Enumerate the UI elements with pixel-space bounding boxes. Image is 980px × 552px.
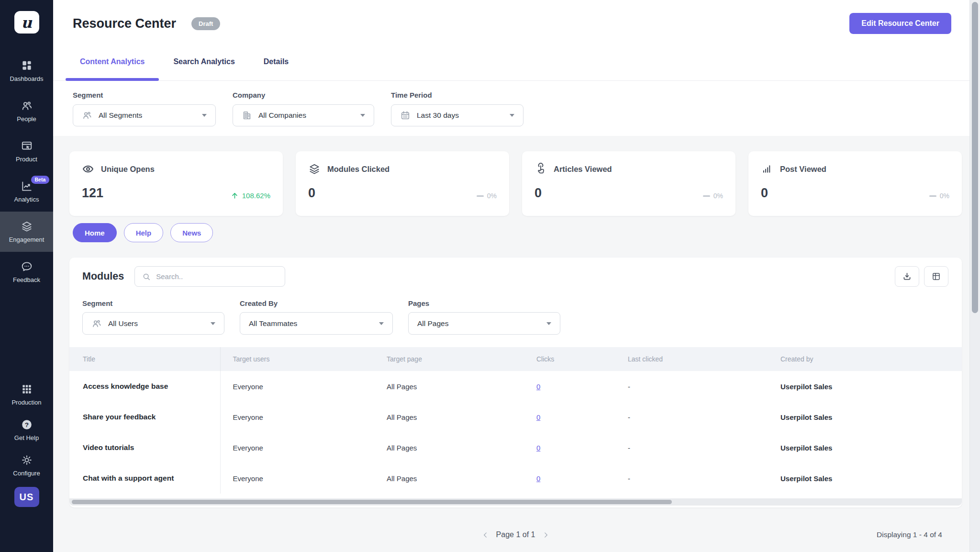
cell-created-by: Userpilot Sales <box>768 371 962 402</box>
cell-clicks: 0 <box>524 402 615 432</box>
calendar-icon <box>400 110 411 121</box>
pill-news[interactable]: News <box>170 223 213 242</box>
sidebar: u DashboardsPeopleProductBetaAnalyticsEn… <box>0 0 53 552</box>
created-by-select[interactable]: All Teammates <box>240 312 393 335</box>
flat-dash-icon <box>477 195 484 197</box>
product-icon <box>21 140 33 152</box>
segment-select[interactable]: All Users <box>82 312 224 335</box>
title-row: Resource Center Draft Edit Resource Cent… <box>53 0 969 43</box>
pill-help[interactable]: Help <box>124 223 164 242</box>
sidebar-item-label: Dashboards <box>10 75 43 82</box>
chevron-down-icon <box>510 114 514 117</box>
stat-card-body: 00% <box>308 187 497 200</box>
column-header-created-by: Created by <box>768 347 962 371</box>
stat-card-post-viewed: Post Viewed00% <box>748 151 962 216</box>
sidebar-item-analytics[interactable]: BetaAnalytics <box>0 171 53 212</box>
sidebar-item-label: Engagement <box>9 236 45 243</box>
sidebar-item-feedback[interactable]: Feedback <box>0 252 53 292</box>
modules-table: TitleTarget usersTarget pageClicksLast c… <box>69 347 962 494</box>
cell-clicks: 0 <box>524 432 615 463</box>
table-row: Access knowledge baseEveryoneAll Pages0-… <box>69 371 962 402</box>
chevron-down-icon <box>360 114 365 117</box>
sidebar-item-label: People <box>17 115 36 123</box>
clicks-link[interactable]: 0 <box>536 383 540 391</box>
segment-select[interactable]: All Segments <box>73 104 216 126</box>
cell-title: Access knowledge base <box>69 371 220 402</box>
chevron-down-icon <box>379 322 384 325</box>
get-help-icon: ? <box>21 418 33 431</box>
sidebar-item-dashboards[interactable]: Dashboards <box>0 51 53 91</box>
stat-card-header: Modules Clicked <box>308 163 497 175</box>
stat-card-header: Articles Viewed <box>535 163 723 175</box>
cell-clicks: 0 <box>524 463 615 494</box>
stat-label: Modules Clicked <box>327 165 390 174</box>
sidebar-item-production[interactable]: Production <box>0 377 53 412</box>
horizontal-scrollbar-thumb[interactable] <box>72 500 672 504</box>
filter-label: Pages <box>408 299 560 307</box>
tap-icon <box>535 163 547 175</box>
time-period-select[interactable]: Last 30 days <box>391 104 523 126</box>
sidebar-item-get-help[interactable]: ?Get Help <box>0 412 53 448</box>
vertical-scrollbar-thumb[interactable] <box>972 2 978 313</box>
stat-delta: 0% <box>929 192 949 200</box>
tab-search-analytics[interactable]: Search Analytics <box>159 43 249 80</box>
sidebar-item-engagement[interactable]: Engagement <box>0 212 53 252</box>
stat-value: 121 <box>82 187 103 200</box>
clicks-link[interactable]: 0 <box>536 474 540 483</box>
stat-card-body: 00% <box>535 187 723 200</box>
sidebar-item-people[interactable]: People <box>0 91 53 131</box>
pages-select[interactable]: All Pages <box>408 312 560 335</box>
userpilot-logo[interactable]: u <box>14 11 39 34</box>
chevron-down-icon <box>546 322 551 325</box>
content: Unique Opens121108.62%Modules Clicked00%… <box>53 136 969 552</box>
stat-delta-value: 0% <box>487 192 497 200</box>
stat-card-body: 00% <box>761 187 949 200</box>
table-row: Share your feedbackEveryoneAll Pages0-Us… <box>69 402 962 432</box>
filter-label: Time Period <box>391 91 523 99</box>
filter-label: Company <box>233 91 374 99</box>
horizontal-scrollbar-track[interactable] <box>69 498 962 506</box>
beta-badge: Beta <box>31 176 50 184</box>
status-badge: Draft <box>191 17 220 30</box>
edit-resource-center-button[interactable]: Edit Resource Center <box>849 13 951 34</box>
company-select[interactable]: All Companies <box>233 104 374 126</box>
filter-segment: SegmentAll Users <box>82 299 224 335</box>
vertical-scrollbar-track[interactable] <box>969 0 980 552</box>
modules-title: Modules <box>82 270 124 282</box>
clicks-link[interactable]: 0 <box>536 444 540 452</box>
stat-card-modules-clicked: Modules Clicked00% <box>296 151 509 216</box>
cell-target-users: Everyone <box>220 432 374 463</box>
columns-button[interactable] <box>924 266 948 287</box>
page-title: Resource Center <box>73 16 176 31</box>
search-input[interactable] <box>156 272 278 281</box>
pill-home[interactable]: Home <box>73 223 117 242</box>
tab-content-analytics[interactable]: Content Analytics <box>66 43 159 80</box>
stat-delta: 108.62% <box>231 192 270 200</box>
layers-icon <box>308 163 321 175</box>
filter-company: CompanyAll Companies <box>233 91 374 126</box>
user-avatar[interactable]: US <box>14 487 39 507</box>
page-indicator: Page 1 of 1 <box>496 530 535 539</box>
sidebar-item-product[interactable]: Product <box>0 131 53 171</box>
analytics-icon: Beta <box>21 180 33 192</box>
modules-filter-bar: SegmentAll UsersCreated ByAll TeammatesP… <box>69 293 962 347</box>
clicks-link[interactable]: 0 <box>536 413 540 421</box>
filter-label: Segment <box>73 91 216 99</box>
tab-details[interactable]: Details <box>249 43 303 80</box>
sidebar-item-configure[interactable]: Configure <box>0 448 53 483</box>
cell-title: Chat with a support agent <box>69 463 220 494</box>
export-button[interactable] <box>895 266 919 287</box>
production-icon <box>21 383 33 395</box>
select-value: All Companies <box>258 111 354 120</box>
stat-card-header: Unique Opens <box>82 163 270 175</box>
stat-delta-value: 0% <box>713 192 723 200</box>
stat-label: Articles Viewed <box>554 165 612 174</box>
page-prev-icon[interactable] <box>481 531 490 539</box>
page-next-icon[interactable] <box>542 531 550 539</box>
filter-label: Created By <box>240 299 393 307</box>
dashboards-icon <box>21 59 33 72</box>
column-header-target-users: Target users <box>220 347 374 371</box>
topbar: Resource Center Draft Edit Resource Cent… <box>53 0 969 81</box>
stat-card-body: 121108.62% <box>82 187 270 200</box>
cell-clicks: 0 <box>524 371 615 402</box>
